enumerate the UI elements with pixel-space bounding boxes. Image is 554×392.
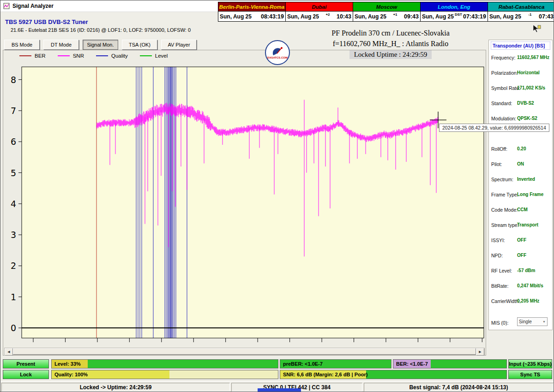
- clock-city-label: London, Eng: [421, 2, 488, 11]
- status-bar-preber: preBER: <1.0E-7: [280, 359, 391, 368]
- field-label: RF Level:: [491, 268, 512, 273]
- bar-segment: [431, 360, 506, 368]
- scrollbar-thumb[interactable]: [13, 348, 476, 355]
- status-bar-quality: Quality: 100%: [51, 370, 278, 379]
- scroll-right-icon[interactable]: ▶: [476, 348, 484, 356]
- svg-text:6: 6: [11, 137, 16, 147]
- tab-av-player[interactable]: AV Player: [161, 40, 197, 50]
- field-value: OFF: [517, 238, 526, 243]
- transponder-row-code-mode: Code Mode:CCM: [489, 203, 552, 218]
- tuner-name: TBS 5927 USB DVB-S2 Tuner: [5, 18, 88, 25]
- clock-date: Sun, Aug 25: [355, 13, 386, 20]
- clock-datetime: Sun, Aug 25DST07:43:19: [421, 11, 488, 21]
- clock-city-label: Berlin-Paris-Vienna-Roma: [218, 2, 285, 11]
- svg-text:5: 5: [11, 168, 16, 178]
- field-label: Modulation:: [491, 116, 516, 121]
- taskbar-fragment: [258, 388, 301, 392]
- status-lamp-sync-ts: Sync TS: [508, 370, 552, 379]
- field-value: Transport: [517, 222, 538, 227]
- signal-chart-panel: BERSNRQualityLevel 012345678 ◀ ▶: [3, 50, 486, 356]
- svg-text:3: 3: [11, 230, 16, 240]
- field-label: CarrierWidth:: [491, 298, 520, 304]
- chevron-down-icon: ▼: [542, 320, 546, 323]
- clock-date: Sun, Aug 25: [287, 13, 319, 20]
- bar-segment: [366, 370, 506, 379]
- bar-text: Quality: 100%: [54, 370, 88, 379]
- field-value: 0,247 Mbit/s: [517, 283, 543, 288]
- app-icon: [3, 3, 10, 9]
- svg-text:1: 1: [11, 292, 16, 302]
- bar-text: BER: <1.0E-7: [396, 360, 428, 368]
- svg-text:7: 7: [11, 106, 16, 116]
- field-value: 0.20: [517, 146, 526, 151]
- tab-bs-mode[interactable]: BS Mode: [4, 40, 40, 50]
- transponder-title: Transponder (AU) [BS]: [491, 42, 550, 50]
- clock-time-value: 10:43: [337, 13, 351, 20]
- clock-utc-offset: -1: [528, 12, 531, 17]
- clock-rabat-casablanca: Rabat-CasablancaSun, Aug 25-107:43: [488, 2, 554, 22]
- clock-moscow: MoscowSun, Aug 25+109:43: [353, 2, 421, 22]
- tab-tsa-ok[interactable]: TSA (OK): [122, 40, 157, 50]
- field-value: OFF: [517, 253, 526, 258]
- svg-text:8: 8: [11, 75, 16, 85]
- clock-utc-offset: +2: [325, 12, 330, 17]
- clock-dubai: DubaiSun, Aug 25+210:43: [285, 2, 353, 22]
- clock-city-label: Dubai: [286, 2, 353, 11]
- clock-utc-offset: DST: [455, 12, 462, 17]
- chart-scrollbar[interactable]: ◀ ▶: [4, 348, 485, 355]
- signal-chart[interactable]: 012345678: [3, 50, 486, 355]
- transponder-row-bitrate: BitRate:0,247 Mbit/s: [489, 279, 552, 294]
- status-row-2: LockQuality: 100%SNR: 6,6 dB (Margin: 2,…: [0, 370, 554, 379]
- statusbar-lock-uptime: Locked -> Uptime: 24:29:59: [1, 383, 230, 392]
- dish-info: PF Prodelin 370 cm / Lucenec-Slovakia: [294, 29, 488, 37]
- field-label: Code Mode:: [491, 207, 518, 213]
- field-value: QPSK-S2: [517, 116, 537, 121]
- transponder-row-frequency: Frequency:11602,567 MHz: [489, 51, 552, 66]
- tab-signal-mon[interactable]: Signal Mon.: [83, 40, 118, 50]
- transponder-panel: Transponder (AU) [BS] Frequency:11602,56…: [488, 40, 553, 330]
- clock-time-value: 08:43:19: [261, 13, 284, 20]
- field-value: ON: [517, 161, 524, 166]
- world-clocks: Berlin-Paris-Vienna-RomaSun, Aug 2508:43…: [218, 2, 554, 22]
- dxsatcs-logo: DXSATCS.COM: [265, 40, 290, 65]
- tab-dt-mode[interactable]: DT Mode: [43, 40, 79, 50]
- window-title: Signal Analyzer: [12, 3, 54, 9]
- field-label: Symbol Rate:: [491, 85, 520, 91]
- bar-text: Level: 33%: [54, 360, 81, 368]
- transponder-row-rf-level: RF Level:-57 dBm: [489, 264, 552, 279]
- status-bar-ber: BER: <1.0E-7: [393, 359, 507, 368]
- bar-segment: [88, 360, 278, 368]
- transponder-row-npd: NPD:OFF: [489, 249, 552, 264]
- mis-row: MIS (0): Single ▼: [489, 316, 552, 330]
- clock-utc-offset: +1: [393, 12, 397, 17]
- uptime-info: Locked Uptime : 24:29:59: [349, 50, 432, 59]
- transponder-row-frame-type: Frame Type:Long Frame: [489, 188, 552, 203]
- scroll-left-icon[interactable]: ◀: [5, 348, 13, 356]
- mis-select[interactable]: Single ▼: [517, 317, 548, 326]
- bar-text: preBER: <1.0E-7: [283, 360, 323, 368]
- field-value: -57 dBm: [517, 268, 535, 273]
- clock-datetime: Sun, Aug 25+210:43: [286, 11, 353, 21]
- status-lamp-present: Present: [3, 359, 49, 368]
- field-label: Polarization:: [491, 70, 518, 76]
- field-value: CCM: [517, 207, 528, 212]
- svg-text:4: 4: [11, 199, 16, 209]
- field-label: Frame Type:: [491, 192, 518, 197]
- field-label: Standard:: [491, 101, 512, 106]
- field-value: Long Frame: [517, 192, 543, 197]
- status-bar-snr: SNR: 6,6 dB (Margin: 2,6 dB | Poor): [280, 370, 507, 379]
- field-value: 0,205 MHz: [517, 298, 539, 303]
- clock-city-label: Moscow: [353, 2, 420, 11]
- field-label: Stream type:: [491, 222, 519, 228]
- frequency-info: f=11602,760 MHz_H_ : Atlantis Radio: [294, 40, 488, 48]
- clock-datetime: Sun, Aug 2508:43:19: [218, 11, 285, 21]
- transponder-row-carrierwidth: CarrierWidth:0,205 MHz: [489, 294, 552, 309]
- status-lamp-lock: Lock: [3, 370, 49, 379]
- satellite-info: 21.6E - Eutelsat 21B SES 16 (ID: 0216) @…: [11, 27, 191, 33]
- bar-text: SNR: 6,6 dB (Margin: 2,6 dB | Poor): [283, 370, 367, 379]
- field-value: DVB-S2: [517, 101, 534, 106]
- field-label: Pilot:: [491, 161, 502, 167]
- statusbar-best-signal: Best signal: 7,4 dB (2024-08-24 15:13): [364, 383, 554, 392]
- field-value: Horizontal: [517, 70, 540, 75]
- field-value: 11602,567 MHz: [517, 55, 549, 60]
